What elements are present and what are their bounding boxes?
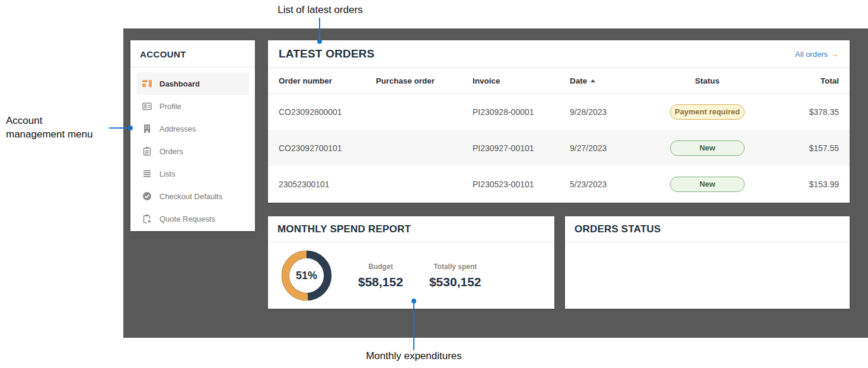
date-cell: 9/27/2023 — [570, 143, 659, 153]
clipboard-arrow-icon — [142, 214, 152, 223]
building-icon — [142, 124, 152, 133]
orders-status-card: ORDERS STATUS — [565, 216, 850, 309]
orders-status-title: ORDERS STATUS — [575, 223, 661, 235]
sidebar-item-label: Profile — [159, 102, 181, 111]
col-header-purchase-order: Purchase order — [376, 76, 473, 85]
sidebar-item-addresses[interactable]: Addresses — [136, 117, 249, 140]
totally-spent-label: Totally spent — [429, 263, 481, 271]
annotation-monthly-expenditures: Monthly expenditures — [355, 350, 473, 362]
order-row[interactable]: CO23092700101 PI230927-00101 9/27/2023 N… — [268, 130, 850, 166]
annotation-latest-orders: List of latest orders — [270, 4, 371, 16]
monthly-spend-card: MONTHLY SPEND REPORT 51% Budget $58,15 — [268, 216, 554, 309]
spend-donut-chart: 51% — [279, 248, 334, 303]
sidebar-item-quote-requests[interactable]: Quote Requests — [136, 207, 249, 230]
budget-label: Budget — [358, 263, 403, 271]
total-cell: $153.99 — [756, 180, 839, 189]
sidebar-menu: Dashboard Profile Addresses — [130, 68, 255, 235]
annotated-screenshot: List of latest orders Account management… — [0, 0, 868, 368]
order-number-cell: CO23092700101 — [279, 143, 376, 153]
clipboard-icon — [142, 146, 152, 156]
budget-metric: Budget $58,152 — [358, 263, 403, 289]
all-orders-link[interactable]: All orders → — [795, 50, 839, 59]
id-badge-icon — [142, 101, 152, 111]
annotation-line-bottom — [413, 303, 414, 350]
account-sidebar: ACCOUNT Dashboard Profile — [130, 40, 255, 231]
sidebar-item-label: Quote Requests — [159, 215, 215, 223]
sidebar-item-orders[interactable]: Orders — [136, 140, 249, 162]
monthly-spend-title: MONTHLY SPEND REPORT — [277, 223, 411, 235]
sort-ascending-icon — [591, 79, 595, 82]
annotation-line-top — [319, 18, 320, 40]
latest-orders-card: LATEST ORDERS All orders → Order number … — [268, 40, 850, 203]
status-badge: New — [670, 140, 745, 156]
col-header-order-number: Order number — [279, 76, 376, 85]
sidebar-item-label: Lists — [159, 169, 175, 178]
order-row[interactable]: 23052300101 PI230523-00101 5/23/2023 New… — [268, 166, 850, 202]
date-cell: 5/23/2023 — [570, 180, 659, 189]
sidebar-item-label: Checkout Defaults — [159, 192, 222, 201]
status-badge: New — [670, 177, 745, 192]
sidebar-item-label: Addresses — [159, 124, 196, 133]
sidebar-item-lists[interactable]: Lists — [136, 162, 249, 185]
annotation-dot-bottom — [411, 299, 416, 303]
latest-orders-title: LATEST ORDERS — [279, 47, 375, 60]
list-lines-icon — [142, 169, 152, 178]
annotation-dot-left — [128, 126, 133, 130]
order-number-cell: CO23092800001 — [279, 107, 376, 117]
order-row[interactable]: CO23092800001 PI230928-00001 9/28/2023 P… — [268, 94, 850, 130]
sidebar-item-checkout-defaults[interactable]: Checkout Defaults — [136, 185, 249, 207]
col-header-status: Status — [659, 76, 756, 85]
dashboard-icon — [142, 79, 152, 88]
total-cell: $378.35 — [756, 107, 839, 117]
budget-value: $58,152 — [358, 275, 403, 289]
sidebar-item-profile[interactable]: Profile — [136, 95, 249, 117]
invoice-cell: PI230523-00101 — [473, 180, 570, 189]
annotation-dot-top — [317, 39, 322, 44]
col-header-total: Total — [756, 76, 839, 85]
date-cell: 9/28/2023 — [570, 107, 659, 117]
arrow-right-icon: → — [831, 50, 839, 58]
invoice-cell: PI230928-00001 — [473, 107, 570, 117]
sidebar-item-label: Orders — [159, 147, 183, 156]
annotation-line-left — [109, 127, 127, 129]
sidebar-item-label: Dashboard — [159, 79, 200, 88]
donut-percent-label: 51% — [279, 248, 334, 303]
sidebar-title: ACCOUNT — [130, 40, 255, 68]
col-header-date-sort[interactable]: Date — [570, 76, 595, 85]
orders-table-header: Order number Purchase order Invoice Date… — [268, 68, 850, 94]
totally-spent-metric: Totally spent $530,152 — [429, 263, 481, 289]
annotation-account-menu: Account management menu — [6, 114, 92, 141]
sidebar-item-dashboard[interactable]: Dashboard — [136, 72, 249, 95]
total-cell: $157.55 — [756, 143, 839, 153]
status-badge: Payment required — [670, 104, 745, 120]
invoice-cell: PI230927-00101 — [473, 143, 570, 153]
order-number-cell: 23052300101 — [279, 180, 376, 189]
check-circle-icon — [142, 191, 152, 201]
totally-spent-value: $530,152 — [429, 275, 481, 289]
dashboard-backdrop: ACCOUNT Dashboard Profile — [123, 28, 868, 338]
col-header-invoice: Invoice — [473, 76, 570, 85]
